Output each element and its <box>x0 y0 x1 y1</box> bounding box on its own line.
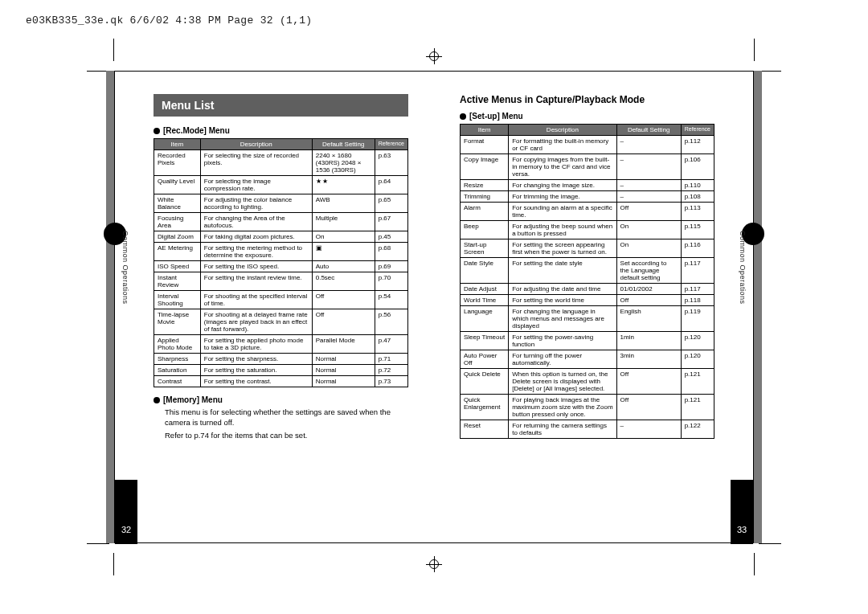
cell-item: Digital Zoom <box>154 231 201 243</box>
table-row: SaturationFor setting the saturation.Nor… <box>154 365 408 376</box>
cell-default: – <box>616 180 681 191</box>
cell-desc: For turning off the power automatically. <box>509 350 616 369</box>
cell-desc: When this option is turned on, the Delet… <box>509 369 616 395</box>
cell-item: World Time <box>461 295 509 306</box>
table-row: Recorded PixelsFor selecting the size of… <box>154 150 408 176</box>
cell-item: Recorded Pixels <box>154 150 201 176</box>
col-item: Item <box>461 125 509 136</box>
cell-item: Resize <box>461 180 509 191</box>
table-row: LanguageFor changing the language in whi… <box>461 306 714 332</box>
table-row: White BalanceFor adjusting the color bal… <box>154 194 408 213</box>
cell-item: Saturation <box>154 365 201 376</box>
cell-ref: p.67 <box>375 213 407 231</box>
cell-desc: For shooting at a delayed frame rate (im… <box>200 309 312 335</box>
cell-item: Reset <box>461 420 509 439</box>
cell-item: Applied Photo Mode <box>154 335 201 354</box>
table-row: AlarmFor sounding an alarm at a specific… <box>461 203 714 221</box>
cell-ref: p.108 <box>681 191 714 203</box>
cell-desc: For setting the metering method to deter… <box>200 243 312 261</box>
cell-item: Quick Delete <box>461 369 509 395</box>
page-shadow <box>754 71 762 543</box>
left-page: Menu List [Rec.Mode] Menu Item Descripti… <box>115 72 434 542</box>
cell-default: Off <box>616 369 681 395</box>
bullet-icon <box>154 397 160 403</box>
file-header: e03KB335_33e.qk 6/6/02 4:38 PM Page 32 (… <box>26 14 312 27</box>
cell-item: Time-lapse Movie <box>154 309 201 335</box>
cell-desc: For setting the world time <box>509 295 616 306</box>
heading-text: [Memory] Menu <box>163 395 223 404</box>
cell-item: Instant Review <box>154 272 201 291</box>
cell-default: – <box>616 154 681 180</box>
cell-ref: p.64 <box>375 176 407 194</box>
table-row: Instant ReviewFor setting the instant re… <box>154 272 408 291</box>
heading-text: [Rec.Mode] Menu <box>163 126 230 135</box>
col-default: Default Setting <box>312 139 375 150</box>
cell-default: 1min <box>616 332 681 350</box>
table-row: ResetFor returning the camera settings t… <box>461 420 714 439</box>
col-ref: Reference <box>681 125 714 136</box>
cell-desc: For formatting the built-in memory or CF… <box>509 136 616 154</box>
crop-mark <box>754 553 755 575</box>
cell-ref: p.71 <box>375 354 407 365</box>
crop-mark <box>754 39 755 61</box>
cell-default: 3min <box>616 350 681 369</box>
table-row: Focusing AreaFor changing the Area of th… <box>154 213 408 231</box>
cell-default: On <box>616 239 681 258</box>
cell-ref: p.117 <box>681 258 714 284</box>
cell-item: Beep <box>461 221 509 239</box>
cell-desc: For trimming the image. <box>509 191 616 203</box>
cell-item: Contrast <box>154 376 201 387</box>
table-row: World TimeFor setting the world timeOffp… <box>461 295 714 306</box>
cell-default: English <box>616 306 681 332</box>
cell-default: On <box>312 231 375 243</box>
page-shadow <box>106 71 114 543</box>
cell-item: Trimming <box>461 191 509 203</box>
cell-desc: For adjusting the date and time <box>509 284 616 295</box>
cell-item: Focusing Area <box>154 213 201 231</box>
cell-desc: For setting the sharpness. <box>200 354 312 365</box>
cell-item: Date Adjust <box>461 284 509 295</box>
col-ref: Reference <box>375 139 407 150</box>
cell-default: Multiple <box>312 213 375 231</box>
table-row: Quick EnlargementFor playing back images… <box>461 395 714 420</box>
cell-ref: p.45 <box>375 231 407 243</box>
section-heading-setup: [Set-up] Menu <box>460 112 714 121</box>
cell-desc: For copying images from the built-in mem… <box>509 154 616 180</box>
cell-item: White Balance <box>154 194 201 213</box>
cell-default: Normal <box>312 354 375 365</box>
table-row: Start-up ScreenFor setting the screen ap… <box>461 239 714 258</box>
table-row: ISO SpeedFor setting the ISO speed.Autop… <box>154 261 408 272</box>
cell-ref: p.120 <box>681 332 714 350</box>
cell-default: 0.5sec <box>312 272 375 291</box>
cell-ref: p.69 <box>375 261 407 272</box>
section-heading-memory: [Memory] Menu <box>154 395 408 404</box>
crop-mark <box>113 39 114 61</box>
col-desc: Description <box>200 139 312 150</box>
cell-desc: For setting the ISO speed. <box>200 261 312 272</box>
table-row: Interval ShootingFor shooting at the spe… <box>154 291 408 309</box>
cell-default: Off <box>616 295 681 306</box>
cell-default: ▣ <box>312 243 375 261</box>
table-row: Digital ZoomFor taking digital zoom pict… <box>154 231 408 243</box>
cell-ref: p.54 <box>375 291 407 309</box>
cell-ref: p.122 <box>681 420 714 439</box>
cell-ref: p.116 <box>681 239 714 258</box>
cell-desc: For setting the screen appearing first w… <box>509 239 616 258</box>
cell-ref: p.70 <box>375 272 407 291</box>
cell-desc: For adjusting the beep sound when a butt… <box>509 221 616 239</box>
cell-ref: p.65 <box>375 194 407 213</box>
col-default: Default Setting <box>616 125 681 136</box>
cell-item: Quality Level <box>154 176 201 194</box>
table-row: FormatFor formatting the built-in memory… <box>461 136 714 154</box>
cell-default: On <box>616 221 681 239</box>
cell-default: ★★ <box>312 176 375 194</box>
cell-default: Off <box>312 291 375 309</box>
table-row: Quality LevelFor selecting the image com… <box>154 176 408 194</box>
table-row: ContrastFor setting the contrast.Normalp… <box>154 376 408 387</box>
cell-ref: p.47 <box>375 335 407 354</box>
cell-ref: p.73 <box>375 376 407 387</box>
cell-desc: For setting the saturation. <box>200 365 312 376</box>
right-page: Active Menus in Capture/Playback Mode [S… <box>434 72 753 542</box>
setup-table: Item Description Default Setting Referen… <box>460 124 714 439</box>
cell-default: Off <box>312 309 375 335</box>
